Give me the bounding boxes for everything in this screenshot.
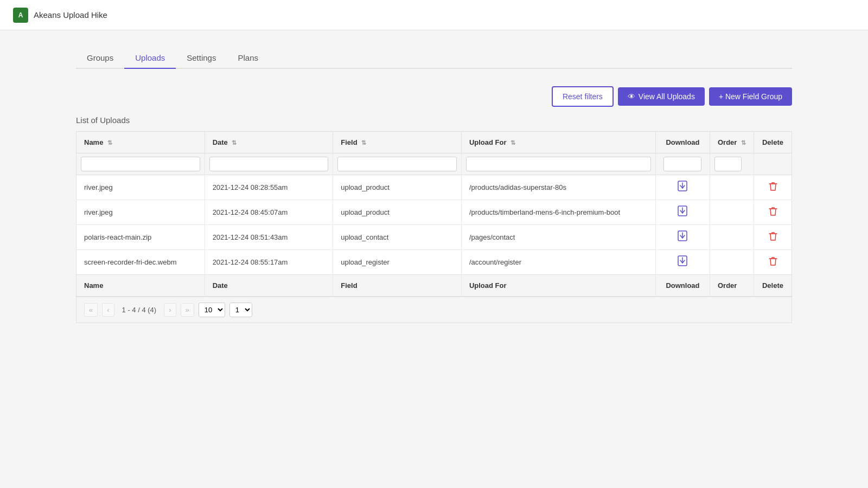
cell-order-1 xyxy=(710,200,754,225)
uploads-table: Name ⇅ Date ⇅ Field ⇅ Upload For ⇅ Downl… xyxy=(76,131,792,323)
app-title: Akeans Upload Hike xyxy=(34,10,107,20)
cell-delete-1 xyxy=(754,200,792,225)
tab-uploads[interactable]: Uploads xyxy=(124,48,176,69)
download-icon-2[interactable] xyxy=(678,233,687,243)
tab-settings[interactable]: Settings xyxy=(176,48,227,69)
sort-icon-order[interactable]: ⇅ xyxy=(741,139,746,146)
cell-name-1: river.jpeg xyxy=(76,200,205,225)
delete-icon-0[interactable] xyxy=(769,184,777,193)
cell-delete-3 xyxy=(754,250,792,275)
filter-date-input[interactable] xyxy=(209,157,329,171)
sort-icon-date[interactable]: ⇅ xyxy=(232,139,237,146)
filter-row xyxy=(76,153,792,175)
page-info: 1 - 4 / 4 (4) xyxy=(122,306,157,314)
tab-groups[interactable]: Groups xyxy=(76,48,124,69)
sort-icon-upload-for[interactable]: ⇅ xyxy=(510,139,515,146)
table-row: screen-recorder-fri-dec.webm 2021-12-24 … xyxy=(76,250,792,275)
page-first-button[interactable]: « xyxy=(84,303,98,317)
per-page-select[interactable]: 10 25 50 xyxy=(199,303,225,317)
new-field-group-button[interactable]: + New Field Group xyxy=(709,87,792,106)
table-row: river.jpeg 2021-12-24 08:28:55am upload_… xyxy=(76,175,792,200)
table-row: polaris-react-main.zip 2021-12-24 08:51:… xyxy=(76,225,792,250)
sort-icon-name[interactable]: ⇅ xyxy=(107,139,112,146)
page-next-button[interactable]: › xyxy=(164,303,176,317)
tab-plans[interactable]: Plans xyxy=(227,48,269,69)
download-icon-1[interactable] xyxy=(678,208,687,219)
footer-col-upload-for: Upload For xyxy=(461,275,655,297)
cell-field-2: upload_contact xyxy=(333,225,462,250)
cell-name-3: screen-recorder-fri-dec.webm xyxy=(76,250,205,275)
footer-col-date: Date xyxy=(205,275,333,297)
toolbar: Reset filters 👁 View All Uploads + New F… xyxy=(76,86,792,107)
page-last-button[interactable]: » xyxy=(181,303,194,317)
table-header-row: Name ⇅ Date ⇅ Field ⇅ Upload For ⇅ Downl… xyxy=(76,132,792,153)
footer-col-name: Name xyxy=(76,275,205,297)
view-all-uploads-button[interactable]: 👁 View All Uploads xyxy=(618,87,705,106)
pagination: « ‹ 1 - 4 / 4 (4) › » 10 25 50 1 xyxy=(76,297,792,323)
cell-download-0 xyxy=(655,175,710,200)
footer-col-order: Order xyxy=(710,275,754,297)
col-header-date: Date ⇅ xyxy=(205,132,333,153)
cell-download-3 xyxy=(655,250,710,275)
cell-upload-for-0: /products/adidas-superstar-80s xyxy=(461,175,655,200)
eye-icon: 👁 xyxy=(628,92,635,101)
tabs: Groups Uploads Settings Plans xyxy=(76,48,792,69)
col-header-field: Field ⇅ xyxy=(333,132,462,153)
cell-date-2: 2021-12-24 08:51:43am xyxy=(205,225,333,250)
cell-upload-for-2: /pages/contact xyxy=(461,225,655,250)
main-content: Groups Uploads Settings Plans Reset filt… xyxy=(54,30,814,341)
download-icon-0[interactable] xyxy=(678,183,687,194)
app-logo: A xyxy=(13,8,28,23)
cell-delete-0 xyxy=(754,175,792,200)
cell-date-1: 2021-12-24 08:45:07am xyxy=(205,200,333,225)
filter-field-input[interactable] xyxy=(337,157,457,171)
col-header-download: Download xyxy=(655,132,710,153)
filter-name-input[interactable] xyxy=(81,157,200,171)
cell-order-2 xyxy=(710,225,754,250)
cell-order-0 xyxy=(710,175,754,200)
download-icon-3[interactable] xyxy=(678,258,687,268)
footer-col-download: Download xyxy=(655,275,710,297)
table-row: river.jpeg 2021-12-24 08:45:07am upload_… xyxy=(76,200,792,225)
col-header-upload-for: Upload For ⇅ xyxy=(461,132,655,153)
cell-field-3: upload_register xyxy=(333,250,462,275)
cell-download-2 xyxy=(655,225,710,250)
cell-field-1: upload_product xyxy=(333,200,462,225)
cell-upload-for-3: /account/register xyxy=(461,250,655,275)
delete-icon-2[interactable] xyxy=(769,234,777,243)
page-select[interactable]: 1 xyxy=(229,303,252,317)
delete-icon-1[interactable] xyxy=(769,209,777,218)
filter-download-input[interactable] xyxy=(663,157,701,171)
cell-date-3: 2021-12-24 08:55:17am xyxy=(205,250,333,275)
col-header-order: Order ⇅ xyxy=(710,132,754,153)
footer-col-delete: Delete xyxy=(754,275,792,297)
cell-download-1 xyxy=(655,200,710,225)
delete-icon-3[interactable] xyxy=(769,259,777,268)
col-header-delete: Delete xyxy=(754,132,792,153)
reset-filters-button[interactable]: Reset filters xyxy=(552,86,614,107)
pagination-row: « ‹ 1 - 4 / 4 (4) › » 10 25 50 1 xyxy=(76,297,792,323)
table-footer-header: Name Date Field Upload For Download Orde… xyxy=(76,275,792,297)
cell-name-2: polaris-react-main.zip xyxy=(76,225,205,250)
cell-delete-2 xyxy=(754,225,792,250)
cell-field-0: upload_product xyxy=(333,175,462,200)
sort-icon-field[interactable]: ⇅ xyxy=(361,139,366,146)
top-bar: A Akeans Upload Hike xyxy=(0,0,868,30)
cell-date-0: 2021-12-24 08:28:55am xyxy=(205,175,333,200)
col-header-name: Name ⇅ xyxy=(76,132,205,153)
footer-col-field: Field xyxy=(333,275,462,297)
page-prev-button[interactable]: ‹ xyxy=(102,303,114,317)
cell-upload-for-1: /products/timberland-mens-6-inch-premium… xyxy=(461,200,655,225)
filter-order-input[interactable] xyxy=(714,157,742,171)
filter-upload-for-input[interactable] xyxy=(466,157,651,171)
section-title: List of Uploads xyxy=(76,115,792,125)
cell-name-0: river.jpeg xyxy=(76,175,205,200)
cell-order-3 xyxy=(710,250,754,275)
